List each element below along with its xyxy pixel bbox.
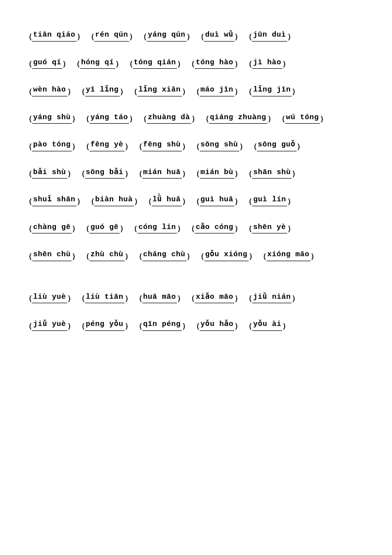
phrase-row: （ shēn chù ）（ zhù chù ）（ cháng chù ）（ gǒ…: [25, 249, 367, 263]
pinyin-text: chàng gē: [32, 222, 72, 234]
close-paren: ）: [120, 224, 127, 233]
phrase-row: （ chàng gē ）（ guó gē ）（ cóng lín ）（ cǎo …: [25, 222, 367, 236]
close-paren: ）: [125, 294, 132, 303]
open-paren: （: [144, 197, 152, 206]
open-paren: （: [192, 142, 200, 151]
list-item: （ tóng qián ）: [126, 57, 185, 69]
list-item: （ sōng bǎi ）: [78, 167, 132, 179]
close-paren: ）: [234, 169, 242, 179]
close-paren: ）: [234, 32, 242, 42]
close-paren: ）: [67, 169, 75, 179]
open-paren: （: [87, 32, 94, 42]
pinyin-text: xiǎo māo: [195, 292, 234, 304]
close-paren: ）: [191, 114, 199, 124]
pinyin-text: tiān qiáo: [32, 30, 77, 42]
pinyin-text: shēn yè: [252, 222, 287, 234]
pinyin-text: hóng qí: [80, 57, 115, 69]
open-paren: （: [73, 59, 80, 69]
pinyin-text: cháng chù: [142, 249, 187, 261]
close-paren: ）: [287, 224, 295, 233]
close-paren: ）: [77, 32, 84, 42]
close-paren: ）: [234, 294, 242, 303]
pinyin-text: huā māo: [142, 292, 177, 304]
pinyin-text: xióng māo: [266, 249, 311, 261]
list-item: （ xiǎo māo ）: [187, 292, 242, 304]
open-paren: （: [245, 32, 252, 42]
close-paren: ）: [72, 142, 79, 151]
open-paren: （: [78, 294, 85, 303]
list-item: （ wèn hào ）: [25, 85, 75, 96]
list-item: （ jūn duì ）: [245, 30, 295, 42]
open-paren: （: [82, 142, 89, 151]
pinyin-text: jì hào: [252, 57, 282, 69]
pinyin-text: liù yuè: [32, 292, 67, 304]
close-paren: ）: [182, 87, 189, 96]
list-item: （ pào tóng ）: [25, 139, 79, 151]
list-item: （ yǒu ài ）: [245, 319, 290, 331]
close-paren: ）: [177, 294, 184, 303]
pinyin-text: zhù chù: [89, 249, 125, 261]
list-item: （ zhuàng dà ）: [139, 112, 199, 124]
pinyin-text: shān shù: [252, 167, 292, 179]
pinyin-text: guó gē: [89, 222, 120, 234]
close-paren: ）: [282, 322, 290, 331]
pinyin-text: qiáng zhuàng: [209, 112, 267, 124]
open-paren: （: [202, 114, 209, 124]
pinyin-text: yáng qún: [147, 30, 186, 42]
pinyin-text: guó qí: [32, 57, 62, 69]
list-item: （ yáng táo ）: [82, 112, 136, 124]
open-paren: （: [82, 114, 89, 124]
list-item: （ liù tiān ）: [78, 292, 132, 304]
pinyin-text: tóng hào: [195, 57, 234, 69]
open-paren: （: [78, 169, 85, 179]
close-paren: ）: [297, 142, 304, 151]
open-paren: （: [245, 59, 252, 69]
close-paren: ）: [234, 224, 242, 233]
open-paren: （: [25, 114, 32, 124]
open-paren: （: [187, 294, 195, 303]
list-item: （ guì huā ）: [192, 194, 242, 206]
list-item: （ guì lín ）: [245, 194, 295, 206]
open-paren: （: [245, 322, 252, 331]
pinyin-text: rén qún: [94, 30, 130, 42]
close-paren: ）: [182, 142, 189, 151]
phrase-row: （ wèn hào ）（ yī lǐng ）（ lǐng xiān ）（ máo…: [25, 85, 367, 98]
list-item: （ bǎi shù ）: [25, 167, 75, 179]
open-paren: （: [135, 142, 142, 151]
close-paren: ）: [292, 87, 299, 96]
close-paren: ）: [292, 294, 299, 303]
list-item: （ wú tóng ）: [278, 112, 328, 124]
open-paren: （: [126, 59, 133, 69]
phrase-row: （ yáng shù ）（ yáng táo ）（ zhuàng dà ）（ q…: [25, 112, 367, 126]
list-item: （ sōng shù ）: [192, 139, 247, 151]
pinyin-text: biàn huà: [94, 194, 134, 206]
open-paren: （: [245, 294, 252, 303]
close-paren: ）: [129, 32, 136, 42]
list-item: （ fēng shù ）: [135, 139, 189, 151]
pinyin-text: fēng yè: [89, 139, 125, 151]
pinyin-text: yǒu ài: [252, 319, 282, 331]
open-paren: （: [187, 224, 195, 233]
pinyin-text: sōng bǎi: [85, 167, 125, 179]
open-paren: （: [192, 197, 200, 206]
list-item: （ gǒu xióng ）: [197, 249, 256, 261]
list-item: （ mián bù ）: [192, 167, 242, 179]
pinyin-text: yáng táo: [89, 112, 129, 124]
pinyin-text: cóng lín: [137, 222, 177, 234]
close-paren: ）: [282, 59, 290, 69]
list-item: （ fēng yè ）: [82, 139, 132, 151]
close-paren: ）: [134, 197, 141, 206]
phrase-row: （ pào tóng ）（ fēng yè ）（ fēng shù ）（ sōn…: [25, 139, 367, 153]
close-paren: ）: [67, 322, 75, 331]
open-paren: （: [250, 142, 257, 151]
pinyin-text: gǒu xióng: [204, 249, 249, 261]
list-item: （ jiǔ yuè ）: [25, 319, 75, 331]
pinyin-text: jiǔ nián: [252, 292, 292, 304]
list-item: （ yī lǐng ）: [78, 85, 128, 96]
pinyin-text: pào tóng: [32, 139, 72, 151]
open-paren: （: [135, 169, 142, 179]
list-item: （ shēn yè ）: [245, 222, 295, 234]
close-paren: ）: [182, 197, 189, 206]
list-item: （ lǜ huā ）: [144, 194, 189, 206]
pinyin-text: bǎi shù: [32, 167, 67, 179]
